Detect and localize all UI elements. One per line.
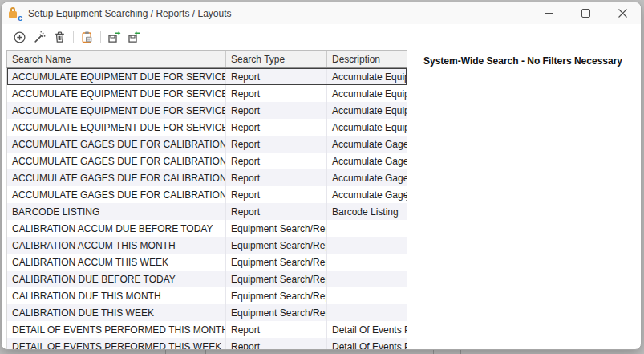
cell-search-name: CALIBRATION DUE THIS MONTH xyxy=(7,287,226,304)
cell-search-type: Equipment Search/Report xyxy=(226,237,327,254)
cell-description xyxy=(327,304,407,321)
table-row[interactable]: ACCUMULATE EQUIPMENT DUE FOR SERVICE WIT… xyxy=(7,85,407,102)
cell-description: Accumulate Gage xyxy=(327,169,407,186)
cell-search-type: Report xyxy=(226,102,327,119)
save-arrow-left-icon xyxy=(127,31,142,44)
table-row[interactable]: CALIBRATION ACCUM THIS MONTH Equipment S… xyxy=(7,237,407,254)
table-row[interactable]: ACCUMULATE EQUIPMENT DUE FOR SERVICE WIT… xyxy=(7,68,407,85)
table-row[interactable]: ACCUMULATE GAGES DUE FOR CALIBRATION WIT… xyxy=(7,153,407,169)
cell-description xyxy=(327,220,407,237)
cell-search-type: Equipment Search/Report xyxy=(226,254,327,271)
cell-description xyxy=(327,271,407,287)
export-layout-button[interactable] xyxy=(104,27,124,47)
search-grid: Search Name Search Type Description ACCU… xyxy=(6,50,407,350)
cell-search-type: Report xyxy=(226,153,327,169)
cell-search-name: BARCODE LISTING xyxy=(7,203,226,220)
cell-description: Accumulate Gage xyxy=(327,153,407,169)
cell-search-name: CALIBRATION DUE BEFORE TODAY xyxy=(7,271,226,287)
cell-search-type: Report xyxy=(226,169,327,186)
table-row[interactable]: CALIBRATION DUE THIS MONTH Equipment Sea… xyxy=(7,287,407,304)
cell-search-name: DETAIL OF EVENTS PERFORMED THIS WEEK xyxy=(7,338,226,350)
system-wide-search-message: System-Wide Search - No Filters Necessar… xyxy=(423,55,622,67)
toolbar-separator xyxy=(100,31,101,43)
paste-layout-button[interactable] xyxy=(77,27,97,47)
titlebar[interactable]: c Setup Equipment Searching / Reports / … xyxy=(2,2,641,24)
caption-buttons xyxy=(530,2,641,24)
table-row[interactable]: CALIBRATION DUE BEFORE TODAY Equipment S… xyxy=(7,271,407,287)
dialog-window: c Setup Equipment Searching / Reports / … xyxy=(1,2,642,350)
cell-search-name: CALIBRATION ACCUM THIS WEEK xyxy=(7,254,226,271)
maximize-icon xyxy=(581,9,590,18)
table-row[interactable]: DETAIL OF EVENTS PERFORMED THIS MONTH Re… xyxy=(7,321,407,338)
cell-search-name: ACCUMULATE GAGES DUE FOR CALIBRATION WIT… xyxy=(7,186,226,203)
cell-search-type: Equipment Search/Report xyxy=(226,220,327,237)
add-button[interactable] xyxy=(10,27,30,47)
add-circle-icon xyxy=(13,31,26,44)
table-row[interactable]: CALIBRATION ACCUM THIS WEEK Equipment Se… xyxy=(7,254,407,271)
cell-search-name: ACCUMULATE EQUIPMENT DUE FOR SERVICE WIT… xyxy=(7,119,226,136)
cell-description: Accumulate Gage xyxy=(327,186,407,203)
minimize-button[interactable] xyxy=(530,2,567,24)
table-row[interactable]: ACCUMULATE GAGES DUE FOR CALIBRATION WIT… xyxy=(7,136,407,153)
import-layout-button[interactable] xyxy=(124,27,144,47)
cell-search-name: ACCUMULATE EQUIPMENT DUE FOR SERVICE WIT… xyxy=(7,102,226,119)
cell-description: Barcode Listing xyxy=(327,203,407,220)
grid-header: Search Name Search Type Description xyxy=(6,50,407,68)
cell-search-type: Report xyxy=(226,338,327,350)
cell-description: Accumulate Equip xyxy=(327,85,407,102)
cell-search-type: Report xyxy=(226,119,327,136)
cell-search-type: Report xyxy=(226,136,327,153)
table-row[interactable]: CALIBRATION DUE THIS WEEK Equipment Sear… xyxy=(7,304,407,321)
delete-button[interactable] xyxy=(50,27,70,47)
cell-search-type: Report xyxy=(226,321,327,338)
minimize-icon xyxy=(545,9,553,18)
table-row[interactable]: ACCUMULATE GAGES DUE FOR CALIBRATION WIT… xyxy=(7,186,407,203)
column-header-search-name[interactable]: Search Name xyxy=(7,51,226,67)
close-button[interactable] xyxy=(604,2,641,24)
cell-description xyxy=(327,287,407,304)
cell-search-name: ACCUMULATE GAGES DUE FOR CALIBRATION WIT… xyxy=(7,169,226,186)
cell-search-type: Report xyxy=(226,186,327,203)
column-header-description[interactable]: Description xyxy=(327,51,407,67)
table-row[interactable]: BARCODE LISTING Report Barcode Listing xyxy=(7,203,407,220)
cell-description: Detail Of Events P xyxy=(327,338,407,350)
app-lock-icon: c xyxy=(9,7,22,20)
maximize-button[interactable] xyxy=(567,2,604,24)
cell-search-name: ACCUMULATE EQUIPMENT DUE FOR SERVICE WIT… xyxy=(7,85,226,102)
cell-search-type: Report xyxy=(226,68,327,85)
splitter-grip[interactable] xyxy=(406,192,408,204)
cell-description: Accumulate Gage xyxy=(327,136,407,153)
cell-search-type: Equipment Search/Report xyxy=(226,287,327,304)
table-row[interactable]: ACCUMULATE EQUIPMENT DUE FOR SERVICE WIT… xyxy=(7,102,407,119)
trash-icon xyxy=(53,31,67,44)
save-arrow-right-icon xyxy=(107,31,122,44)
cell-search-name: ACCUMULATE GAGES DUE FOR CALIBRATION WIT… xyxy=(7,136,226,153)
close-icon xyxy=(618,9,627,18)
toolbar xyxy=(2,24,641,51)
table-row[interactable]: DETAIL OF EVENTS PERFORMED THIS WEEK Rep… xyxy=(7,338,407,350)
cell-search-name: CALIBRATION DUE THIS WEEK xyxy=(7,304,226,321)
cell-description: Accumulate Equip xyxy=(327,102,407,119)
cell-search-type: Report xyxy=(226,85,327,102)
toolbar-separator xyxy=(73,31,74,43)
cell-search-type: Equipment Search/Report xyxy=(226,271,327,287)
cell-search-name: CALIBRATION ACCUM DUE BEFORE TODAY xyxy=(7,220,226,237)
cell-search-type: Report xyxy=(226,203,327,220)
table-row[interactable]: ACCUMULATE GAGES DUE FOR CALIBRATION WIT… xyxy=(7,169,407,186)
table-row[interactable]: ACCUMULATE EQUIPMENT DUE FOR SERVICE WIT… xyxy=(7,119,407,136)
cell-search-name: CALIBRATION ACCUM THIS MONTH xyxy=(7,237,226,254)
cell-description xyxy=(327,254,407,271)
cell-description: Detail Of Events P xyxy=(327,321,407,338)
table-row[interactable]: CALIBRATION ACCUM DUE BEFORE TODAY Equip… xyxy=(7,220,407,237)
clipboard-icon xyxy=(80,31,94,44)
edit-button[interactable] xyxy=(30,27,50,47)
column-header-search-type[interactable]: Search Type xyxy=(226,51,327,67)
cell-search-type: Equipment Search/Report xyxy=(226,304,327,321)
cell-search-name: ACCUMULATE GAGES DUE FOR CALIBRATION WIT… xyxy=(7,153,226,169)
cell-search-name: ACCUMULATE EQUIPMENT DUE FOR SERVICE WIT… xyxy=(7,68,226,85)
cell-description: Accumulate Equip xyxy=(327,119,407,136)
cell-description: Accumulate Equip xyxy=(327,68,407,85)
cell-description xyxy=(327,237,407,254)
grid-body: ACCUMULATE EQUIPMENT DUE FOR SERVICE WIT… xyxy=(6,68,407,350)
cell-search-name: DETAIL OF EVENTS PERFORMED THIS MONTH xyxy=(7,321,226,338)
